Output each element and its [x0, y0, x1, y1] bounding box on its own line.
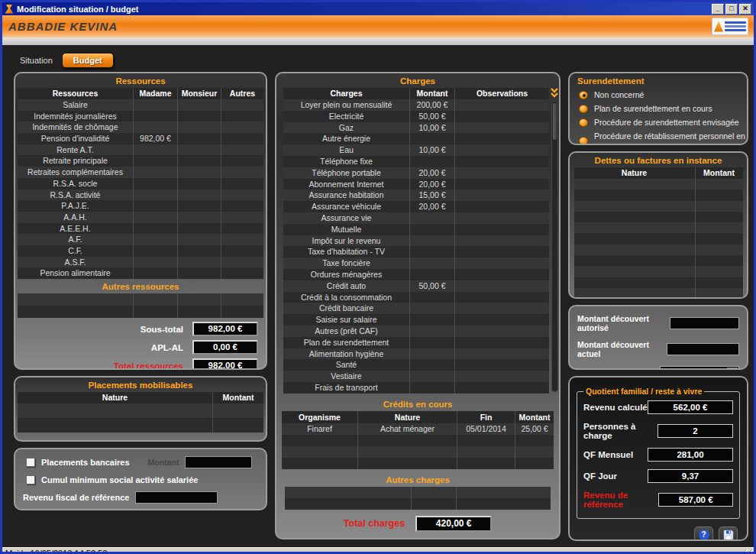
table-row[interactable]: Abonnement Internet20,00 €: [283, 179, 549, 190]
table-row[interactable]: C.F.: [18, 245, 263, 257]
decouvert-autorise-input[interactable]: [670, 317, 739, 329]
decouvert-actuel-input[interactable]: [667, 343, 739, 355]
table-row[interactable]: Loyer plein ou mensualité200,00 €: [283, 99, 549, 111]
resize-grip[interactable]: [743, 549, 753, 554]
radio-option[interactable]: Plan de surendettement en cours: [579, 104, 747, 113]
table-row[interactable]: Frais de transport: [283, 382, 549, 394]
close-button[interactable]: ✕: [739, 4, 751, 15]
table-row[interactable]: [574, 222, 743, 233]
table-row[interactable]: A.A.H.: [18, 212, 263, 223]
tab-situation[interactable]: Situation: [14, 53, 59, 68]
placements-bancaires-checkbox[interactable]: [26, 458, 35, 467]
column-header[interactable]: Montant: [696, 167, 743, 179]
table-row[interactable]: Pension alimentaire: [18, 267, 263, 279]
radio-icon[interactable]: [579, 91, 588, 99]
table-row[interactable]: Vestiaire: [283, 371, 549, 382]
table-row[interactable]: Assurance habitation15,00 €: [283, 190, 549, 201]
cumul-checkbox[interactable]: [26, 475, 35, 484]
column-header[interactable]: Madame: [134, 88, 178, 99]
table-row[interactable]: [574, 255, 743, 266]
table-row[interactable]: [574, 288, 743, 299]
column-header[interactable]: Nature: [574, 167, 696, 179]
save-button[interactable]: [719, 526, 738, 541]
table-row[interactable]: Retraite principale: [18, 155, 263, 167]
table-row[interactable]: Retraites complémentaires: [18, 167, 263, 178]
table-row[interactable]: Mutuelle: [283, 224, 549, 235]
column-header[interactable]: Nature: [358, 411, 457, 423]
table-row[interactable]: [574, 266, 743, 277]
table-row[interactable]: [18, 293, 263, 306]
table-row[interactable]: [18, 418, 263, 433]
chevron-double-down-icon[interactable]: [550, 88, 559, 99]
table-row[interactable]: [18, 403, 263, 418]
table-row[interactable]: A.F.: [18, 234, 263, 245]
column-header[interactable]: Autres: [221, 88, 263, 99]
table-row[interactable]: Electricité50,00 €: [283, 111, 549, 122]
table-row[interactable]: Crédit auto50,00 €: [283, 280, 549, 292]
table-row[interactable]: Eau10,00 €: [283, 144, 549, 156]
table-row[interactable]: [285, 498, 551, 510]
charges-scrollbar[interactable]: [551, 101, 558, 392]
table-row[interactable]: Indemnités de chômage: [18, 121, 263, 133]
table-row[interactable]: FinarefAchat ménager05/01/201425,00 €: [282, 423, 554, 435]
table-row[interactable]: [574, 201, 743, 212]
table-row[interactable]: Taxe d'habitation - TV: [283, 246, 549, 258]
help-button[interactable]: ?: [694, 526, 713, 541]
table-row[interactable]: Ordures ménagères: [283, 269, 549, 280]
column-header[interactable]: Fin: [457, 411, 515, 423]
column-header[interactable]: Observations: [455, 88, 549, 99]
radio-option[interactable]: Procédure de rétablissement personnel en…: [579, 131, 747, 145]
table-row[interactable]: [285, 487, 551, 498]
revenu-fiscal-input[interactable]: [135, 491, 218, 504]
table-row[interactable]: Rente A.T.: [18, 144, 263, 156]
table-row[interactable]: R.S.A. activité: [18, 190, 263, 201]
table-row[interactable]: Santé: [283, 359, 549, 371]
column-header[interactable]: Charges: [283, 88, 410, 99]
table-row[interactable]: Impôt sur le revenu: [283, 235, 549, 247]
table-row[interactable]: Pension d'invalidité982,00 €: [18, 133, 263, 144]
column-header[interactable]: Montant: [515, 411, 554, 423]
table-row[interactable]: Assurance véhicule20,00 €: [283, 201, 549, 212]
table-row[interactable]: Salaire: [18, 99, 263, 111]
table-row[interactable]: Crédit bancaire: [283, 303, 549, 314]
column-header[interactable]: Montant: [410, 88, 455, 99]
table-row[interactable]: [18, 306, 263, 318]
table-row[interactable]: Indemnités journalières: [18, 111, 263, 122]
radio-option[interactable]: Procédure de surendettement envisagée: [579, 118, 747, 127]
table-row[interactable]: Assurance vie: [283, 212, 549, 224]
column-header[interactable]: Montant: [213, 392, 263, 403]
table-row[interactable]: Plan de surendettement: [283, 337, 549, 348]
column-header[interactable]: Monsieur: [178, 88, 221, 99]
table-row[interactable]: [574, 212, 743, 222]
table-row[interactable]: [574, 277, 743, 288]
table-row[interactable]: Téléphone fixe: [283, 156, 549, 167]
date-decouvert-input[interactable]: [660, 366, 739, 370]
table-row[interactable]: Autre énergie: [283, 133, 549, 144]
table-row[interactable]: [574, 179, 743, 190]
tab-budget[interactable]: Budget: [62, 53, 114, 68]
titlebar[interactable]: Modification situation / budget _ □ ✕: [2, 2, 754, 15]
apl-value[interactable]: 0,00 €: [192, 340, 258, 355]
minimize-button[interactable]: _: [712, 4, 724, 15]
table-row[interactable]: A.S.F.: [18, 257, 263, 268]
table-row[interactable]: Alimentation hygiène: [283, 348, 549, 360]
table-row[interactable]: Crédit à la consommation: [283, 292, 549, 303]
table-row[interactable]: Téléphone portable20,00 €: [283, 167, 549, 179]
table-row[interactable]: [282, 458, 554, 469]
table-row[interactable]: [574, 190, 743, 200]
table-row[interactable]: [574, 245, 743, 255]
table-row[interactable]: [282, 446, 554, 458]
personnes-charge-value[interactable]: 2: [657, 424, 733, 438]
table-row[interactable]: R.S.A. socle: [18, 178, 263, 190]
table-row[interactable]: [282, 435, 554, 446]
radio-icon[interactable]: [579, 137, 588, 145]
radio-icon[interactable]: [579, 105, 588, 113]
radio-option[interactable]: Non concerné: [579, 90, 747, 99]
scrollbar-thumb[interactable]: [553, 103, 557, 140]
column-header[interactable]: Nature: [18, 392, 213, 403]
calendar-icon[interactable]: [727, 368, 738, 370]
table-row[interactable]: [574, 233, 743, 244]
column-header[interactable]: Ressources: [18, 88, 134, 99]
radio-icon[interactable]: [579, 118, 588, 127]
maximize-button[interactable]: □: [725, 4, 738, 15]
